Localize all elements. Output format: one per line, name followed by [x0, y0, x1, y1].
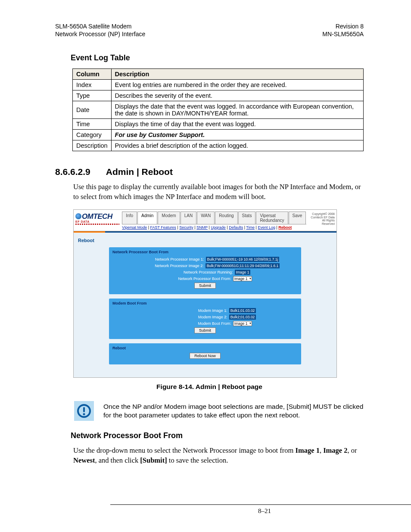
np-submit-button[interactable]: Submit: [194, 283, 216, 289]
cell-column: Description: [73, 140, 112, 151]
event-log-title: Event Log Table: [71, 53, 348, 62]
admin-sublinks: Vipersat Mode | FAST Features | Security…: [122, 224, 306, 231]
heading-number: 8.6.6.2.9: [55, 167, 90, 177]
note-text: Once the NP and/or Modem image boot sele…: [103, 402, 364, 420]
link-defaults[interactable]: Defaults: [229, 225, 243, 230]
modem-image1-label: Modem Image 1:: [154, 308, 227, 313]
np-bootfrom-select[interactable]: Image 1: [233, 276, 252, 281]
note-block: Once the NP and/or Modem image boot sele…: [74, 401, 364, 421]
alert-icon: [74, 401, 94, 421]
header-left-2: Network Processor (NP) Interface: [55, 30, 145, 38]
cell-column: Date: [73, 101, 112, 119]
link-upgrade[interactable]: Upgrade: [211, 225, 226, 230]
cell-desc: For use by Customer Support.: [111, 130, 363, 140]
link-reboot[interactable]: Reboot: [278, 225, 292, 230]
cell-column: Category: [73, 130, 112, 140]
tab-routing[interactable]: Routing: [215, 212, 237, 224]
table-row: Index Event log entries are numbered in …: [73, 80, 364, 90]
page-title: Reboot: [78, 238, 332, 243]
copyright-text: Copyright© 2008 Comtech EF Data All Righ…: [309, 212, 335, 226]
tab-wan[interactable]: WAN: [197, 212, 215, 224]
modem-submit-button[interactable]: Submit: [194, 327, 216, 333]
table-row: Type Describes the severity of the event…: [73, 90, 364, 101]
link-time[interactable]: Time: [246, 225, 255, 230]
cell-column: Type: [73, 90, 112, 101]
svg-rect-1: [83, 407, 85, 412]
np-boot-panel: Network Processor Boot From Network Proc…: [109, 247, 301, 294]
reboot-panel: Reboot Reboot Now: [109, 343, 301, 364]
svg-point-2: [83, 413, 85, 415]
header-left-1: SLM-5650A Satellite Modem: [55, 22, 145, 30]
np-running-label: Network Processor Running:: [160, 270, 233, 274]
tab-info[interactable]: Info: [122, 212, 137, 224]
table-row: Date Displays the date that the event wa…: [73, 101, 364, 119]
admin-reboot-heading: 8.6.6.2.9 Admin | Reboot: [55, 167, 364, 177]
cell-desc: Event log entries are numbered in the or…: [111, 80, 363, 90]
tab-lan[interactable]: LAN: [181, 212, 196, 224]
link-fast-features[interactable]: FAST Features: [150, 225, 176, 230]
table-row: Time Displays the time of day that the e…: [73, 119, 364, 130]
tab-vipersat-redundancy[interactable]: Vipersat Redundancy: [256, 212, 288, 224]
accent-bar-icon: [74, 231, 336, 233]
link-event-log[interactable]: Event Log: [258, 225, 275, 230]
cell-column: Index: [73, 80, 112, 90]
np-image2-label: Network Processor Image 2:: [131, 264, 204, 268]
np-boot-legend: Network Processor Boot From: [112, 250, 298, 254]
modem-boot-panel: Modem Boot From Modem Image 1: Bulk1;01.…: [109, 299, 301, 339]
table-row: Category For use by Customer Support.: [73, 130, 364, 140]
reboot-now-button[interactable]: Reboot Now: [190, 353, 221, 359]
np-image1-value: Bulk;FW-0000051;-19 10:46 12/09/09;1.7.1…: [206, 257, 280, 262]
link-security[interactable]: Security: [179, 225, 193, 230]
reboot-legend: Reboot: [112, 346, 298, 350]
link-snmp[interactable]: SNMP: [196, 225, 208, 230]
admin-reboot-intro: Use this page to display the currently a…: [73, 182, 364, 202]
heading-title: Admin | Reboot: [106, 167, 173, 177]
cell-desc: Displays the time of day that the event …: [111, 119, 363, 130]
modem-bootfrom-label: Modem Boot From:: [158, 321, 231, 326]
np-boot-from-heading: Network Processor Boot From: [71, 431, 364, 440]
page-number: 8–21: [110, 504, 411, 515]
np-bootfrom-label: Network Processor Boot From:: [158, 277, 231, 281]
logo-bar-icon: [75, 224, 119, 225]
logo: OMTECH: [75, 212, 119, 221]
event-log-table: Column Description Index Event log entri…: [72, 68, 364, 151]
col-column: Column: [73, 69, 112, 80]
tab-stats[interactable]: Stats: [238, 212, 256, 224]
figure-caption: Figure 8-14. Admin | Reboot page: [55, 383, 364, 391]
tab-modem[interactable]: Modem: [158, 212, 180, 224]
top-tabs: Info Admin Modem LAN WAN Routing Stats V…: [122, 212, 306, 224]
modem-image2-value: Bulk2;01.03.02: [229, 314, 256, 320]
np-running-value: Image 1: [235, 270, 251, 275]
modem-bootfrom-select[interactable]: Image 1: [233, 321, 252, 326]
header-right-2: MN-SLM5650A: [322, 30, 364, 38]
table-row: Description Provides a brief description…: [73, 140, 364, 151]
cell-desc: Describes the severity of the event.: [111, 90, 363, 101]
reboot-page-screenshot: OMTECH EF DATA Info Admin Modem LAN WAN …: [73, 209, 337, 378]
link-vipersat-mode[interactable]: Vipersat Mode: [122, 225, 147, 230]
cell-desc: Provides a brief description of the acti…: [111, 140, 363, 151]
col-description: Description: [111, 69, 363, 80]
tab-admin[interactable]: Admin: [137, 212, 157, 224]
modem-boot-legend: Modem Boot From: [112, 301, 298, 305]
np-image1-label: Network Processor Image 1:: [131, 257, 204, 261]
np-boot-from-paragraph: Use the drop-down menu to select the Net…: [73, 445, 364, 465]
modem-image1-value: Bulk1;01.03.02: [229, 308, 256, 313]
header-right-1: Revision 8: [322, 22, 364, 30]
np-image2-value: Bulk;FW-0000051G;11:11:29 04/28/09;1.6.1: [206, 263, 280, 268]
page-header: SLM-5650A Satellite Modem Network Proces…: [55, 22, 364, 38]
cell-desc: Displays the date that the event was log…: [111, 101, 363, 119]
cell-column: Time: [73, 119, 112, 130]
tab-save[interactable]: Save: [289, 212, 306, 224]
modem-image2-label: Modem Image 2:: [154, 315, 227, 319]
globe-icon: [75, 213, 81, 219]
